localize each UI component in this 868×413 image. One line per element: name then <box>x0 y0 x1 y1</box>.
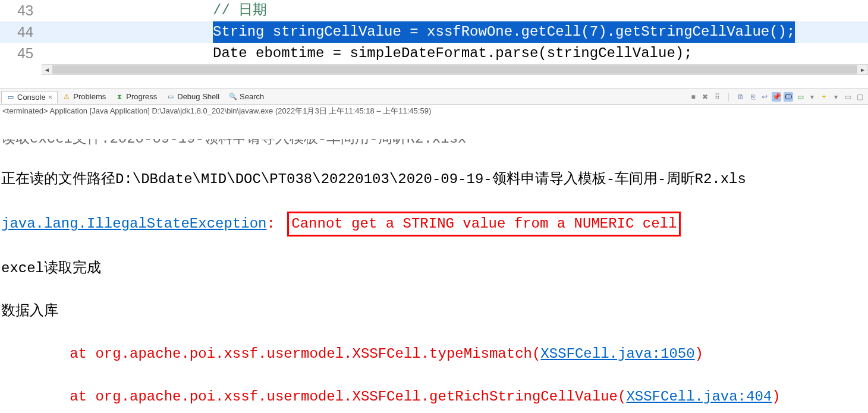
new-console-icon[interactable]: ＋ <box>819 92 829 102</box>
code-text: String stringCellValue = xssfRowOne.getC… <box>42 21 868 43</box>
pin-console-icon[interactable]: 📌 <box>772 92 781 102</box>
console-line: 读取excel文件:2020-09-19-领料申请导入模板-车间用-周昕R2.x… <box>1 139 867 147</box>
error-highlight-box: Cannot get a STRING value from a NUMERIC… <box>287 212 681 237</box>
code-text: // 日期 <box>42 0 868 21</box>
bottom-tab-bar: ▭ Console × ⚠ Problems ⧗ Progress ▭ Debu… <box>0 89 868 105</box>
debug-shell-icon: ▭ <box>166 93 175 101</box>
tab-problems[interactable]: ⚠ Problems <box>58 91 111 102</box>
display-console-icon[interactable]: 🖵 <box>784 92 793 102</box>
remove-all-icon[interactable]: ⠿ <box>712 92 722 102</box>
terminate-icon[interactable]: ■ <box>688 92 698 102</box>
stack-link[interactable]: XSSFCell.java:1050 <box>540 346 694 362</box>
stack-frame: at org.apache.poi.xssf.usermodel.XSSFCel… <box>1 343 867 365</box>
line-number: 44 <box>0 21 42 43</box>
progress-icon: ⧗ <box>115 93 124 101</box>
console-output[interactable]: 读取excel文件:2020-09-19-领料申请导入模板-车间用-周昕R2.x… <box>0 118 868 413</box>
console-line: excel读取完成 <box>1 258 867 279</box>
remove-icon[interactable]: ✖ <box>700 92 710 102</box>
problems-icon: ⚠ <box>62 93 71 101</box>
code-line[interactable]: 45 Date ebomtime = simpleDateFormat.pars… <box>0 43 868 64</box>
tab-label: Console <box>17 93 46 102</box>
code-line-current[interactable]: 44 String stringCellValue = xssfRowOne.g… <box>0 21 868 43</box>
stack-link[interactable]: XSSFCell.java:404 <box>626 389 772 405</box>
console-line: 正在读的文件路径D:\DBdate\MID\DOC\PT038\20220103… <box>1 169 867 190</box>
text-selection: String stringCellValue = xssfRowOne.getC… <box>213 21 795 43</box>
tab-progress[interactable]: ⧗ Progress <box>111 91 162 102</box>
minimize-view-icon[interactable]: ▭ <box>843 92 853 102</box>
exception-link[interactable]: java.lang.IllegalStateException <box>1 216 266 232</box>
tab-label: Search <box>240 92 264 101</box>
code-text: Date ebomtime = simpleDateFormat.parse(s… <box>42 43 868 64</box>
scroll-lock-icon[interactable]: ⎘ <box>748 92 757 102</box>
console-dropdown-icon[interactable]: ▾ <box>807 92 817 102</box>
line-number: 45 <box>0 43 42 64</box>
tab-label: Debug Shell <box>177 92 219 101</box>
wrap-icon[interactable]: ↩ <box>760 92 769 102</box>
console-exception-line: java.lang.IllegalStateException: Cannot … <box>1 212 867 237</box>
stack-frame: at org.apache.poi.xssf.usermodel.XSSFCel… <box>1 386 867 408</box>
tab-debug-shell[interactable]: ▭ Debug Shell <box>162 91 224 102</box>
console-icon: ▭ <box>7 93 15 102</box>
tab-label: Problems <box>73 92 106 101</box>
console-line: 数据入库 <box>1 301 867 322</box>
maximize-view-icon[interactable]: ▢ <box>855 92 864 102</box>
scroll-right-arrow-icon[interactable]: ► <box>858 65 867 74</box>
search-icon: 🔍 <box>229 93 237 101</box>
horizontal-scrollbar[interactable]: ◄ ► <box>42 64 868 75</box>
close-tab-icon[interactable]: × <box>48 93 53 102</box>
scroll-thumb[interactable] <box>52 65 857 74</box>
line-number: 43 <box>0 0 42 21</box>
open-console-icon[interactable]: ▭ <box>795 92 805 102</box>
console-process-label: <terminated> Application [Java Applicati… <box>0 105 868 118</box>
divider: │ <box>724 92 734 102</box>
code-editor[interactable]: 43 // 日期 44 String stringCellValue = xss… <box>0 0 868 88</box>
console-toolbar: ■ ✖ ⠿ │ 🗎 ⎘ ↩ 📌 🖵 ▭ ▾ ＋ ▾ ▭ ▢ <box>688 92 868 102</box>
tab-console[interactable]: ▭ Console × <box>1 91 58 103</box>
tab-label: Progress <box>126 92 157 101</box>
code-line[interactable]: 43 // 日期 <box>0 0 868 21</box>
tab-search[interactable]: 🔍 Search <box>224 91 269 102</box>
clear-console-icon[interactable]: 🗎 <box>736 92 746 102</box>
new-console-dropdown-icon[interactable]: ▾ <box>831 92 841 102</box>
scroll-left-arrow-icon[interactable]: ◄ <box>42 65 52 74</box>
